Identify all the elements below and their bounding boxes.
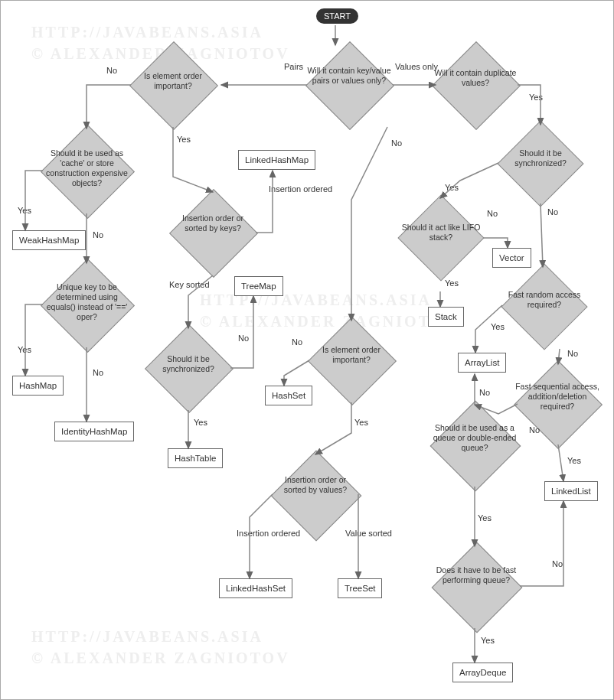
decision-sync-list [497, 120, 583, 207]
decision-ins-keys [169, 189, 258, 278]
label-keysorted: Key sorted [169, 280, 200, 289]
result-identityhashmap: IdentityHashMap [54, 422, 134, 441]
label-yes-4: Yes [194, 418, 207, 427]
result-hashtable: HashTable [168, 448, 223, 468]
result-linkedhashset: LinkedHashSet [219, 578, 292, 598]
label-yes-5: Yes [529, 93, 543, 102]
flowchart-canvas: HTTP://JAVABEANS.ASIA © ALEXANDER ZAGNIO… [0, 0, 614, 700]
decision-random [501, 263, 587, 350]
label-yes-9: Yes [491, 322, 505, 331]
decision-sync-map [145, 324, 234, 413]
decision-ins-vals [271, 451, 362, 542]
label-no-12: No [552, 559, 563, 568]
label-no-11: No [529, 425, 540, 435]
result-vector: Vector [492, 248, 531, 268]
result-hashmap: HashMap [12, 376, 64, 396]
watermark-copy-bot: © ALEXANDER ZAGNIOTOV [31, 650, 290, 667]
label-yes-2: Yes [18, 206, 31, 215]
start-node: START [316, 8, 358, 24]
watermark-url-bot: HTTP://JAVABEANS.ASIA [31, 628, 263, 646]
decision-unique-key [41, 259, 135, 353]
label-yes-1: Yes [177, 135, 191, 144]
label-pairs: Pairs [284, 62, 303, 71]
label-no-4: No [238, 334, 249, 343]
connectors [1, 1, 614, 700]
result-linkedhashmap: LinkedHashMap [238, 150, 315, 170]
result-arraylist: ArrayList [458, 353, 506, 373]
result-stack: Stack [428, 307, 464, 327]
label-yes-3: Yes [18, 345, 31, 354]
label-no-6: No [292, 337, 302, 347]
result-treeset: TreeSet [338, 578, 382, 598]
decision-dup [432, 41, 521, 130]
label-no-7: No [487, 209, 498, 218]
result-hashset: HashSet [265, 386, 312, 405]
label-yes-6: Yes [354, 418, 368, 427]
watermark-url-top: HTTP://JAVABEANS.ASIA [31, 24, 263, 41]
label-valsorted: Value sorted [345, 529, 380, 538]
label-yes-7: Yes [445, 183, 459, 192]
label-insordered-2: Insertion ordered [237, 529, 279, 538]
label-yes-10: Yes [478, 513, 492, 523]
decision-cache [41, 125, 135, 219]
decision-fastq [432, 542, 523, 633]
result-treemap: TreeMap [234, 276, 283, 296]
label-yes-12: Yes [481, 636, 495, 645]
result-weakhashmap: WeakHashMap [12, 230, 86, 250]
label-no-2: No [93, 230, 103, 239]
label-insordered-1: Insertion ordered [269, 184, 311, 194]
label-yes-11: Yes [567, 456, 581, 465]
label-no-5: No [391, 138, 402, 148]
result-linkedlist: LinkedList [544, 481, 598, 501]
decision-seq [514, 360, 603, 449]
label-no-8: No [547, 207, 558, 217]
decision-pairs [305, 41, 394, 130]
label-no-9: No [567, 349, 578, 358]
decision-lifo [397, 194, 484, 281]
label-yes-8: Yes [445, 278, 459, 288]
watermark-copy-mid: © ALEXANDER ZAGNIOTOV [200, 313, 459, 330]
decision-queue [430, 401, 521, 492]
label-no-10: No [479, 388, 490, 397]
label-valuesonly: Values only [395, 62, 438, 71]
label-no-1: No [106, 66, 117, 75]
result-arraydeque: ArrayDeque [452, 663, 513, 682]
label-no-3: No [93, 368, 103, 377]
